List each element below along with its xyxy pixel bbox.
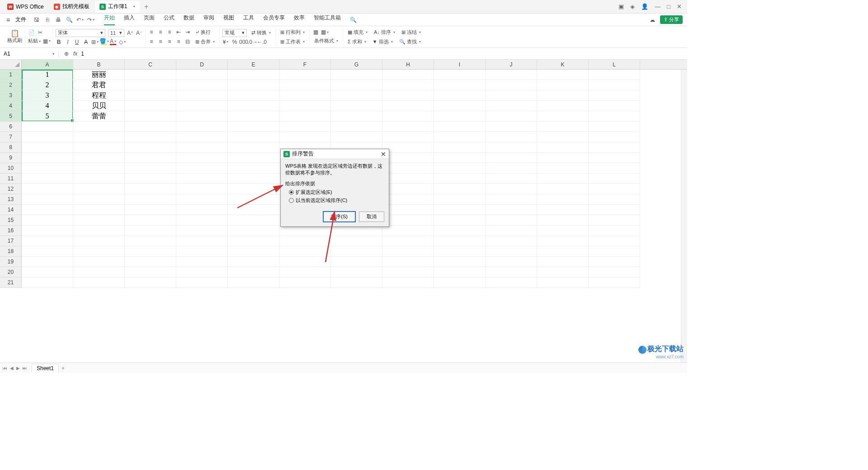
- cell-D14[interactable]: [176, 205, 228, 215]
- cell-C17[interactable]: [125, 236, 176, 246]
- cell-K4[interactable]: [537, 101, 589, 111]
- cell-H3[interactable]: [382, 90, 434, 101]
- cell-G21[interactable]: [331, 277, 382, 288]
- cell-F3[interactable]: [279, 90, 331, 101]
- find-button[interactable]: 🔍 查找: [397, 38, 423, 46]
- cell-H6[interactable]: [382, 122, 434, 132]
- cell-F21[interactable]: [279, 277, 331, 288]
- row-header-16[interactable]: 16: [0, 226, 21, 236]
- redo-button[interactable]: ↷: [88, 17, 94, 23]
- cell-H12[interactable]: [382, 184, 434, 194]
- cell-A2[interactable]: 2: [22, 80, 73, 90]
- tab-workbook[interactable]: S 工作簿1 •: [95, 1, 140, 13]
- row-header-7[interactable]: 7: [0, 132, 21, 142]
- cell-B17[interactable]: [73, 236, 125, 246]
- cell-F17[interactable]: [279, 236, 331, 246]
- cell-J10[interactable]: [486, 163, 537, 174]
- cell-I9[interactable]: [434, 153, 486, 163]
- cell-G2[interactable]: [331, 80, 382, 90]
- name-box[interactable]: A1▾: [0, 51, 59, 57]
- sheet-nav-next[interactable]: ▶: [16, 366, 20, 371]
- cell-K9[interactable]: [537, 153, 589, 163]
- cell-J1[interactable]: [486, 70, 537, 80]
- cell-B12[interactable]: [73, 184, 125, 194]
- cell-I16[interactable]: [434, 226, 486, 236]
- column-headers[interactable]: ABCDEFGHIJKL: [22, 60, 687, 70]
- freeze-button[interactable]: ⊞ 冻结: [400, 28, 423, 36]
- cell-I11[interactable]: [434, 174, 486, 184]
- new-tab-button[interactable]: +: [141, 3, 152, 11]
- cell-H21[interactable]: [382, 277, 434, 288]
- menu-ai[interactable]: 智能工具箱: [314, 14, 341, 25]
- effects-icon[interactable]: ◇: [119, 39, 125, 45]
- merge-button[interactable]: ⊞ 合并: [193, 38, 217, 46]
- cell-J8[interactable]: [486, 142, 537, 153]
- cell-A10[interactable]: [22, 163, 73, 174]
- cell-I6[interactable]: [434, 122, 486, 132]
- dialog-cancel-button[interactable]: 取消: [359, 212, 384, 222]
- cube-icon[interactable]: ◈: [630, 3, 635, 10]
- cell-K11[interactable]: [537, 174, 589, 184]
- paste-icon[interactable]: 📄: [28, 29, 34, 36]
- cell-K17[interactable]: [537, 236, 589, 246]
- cell-L16[interactable]: [589, 226, 640, 236]
- cell-H10[interactable]: [382, 163, 434, 174]
- cell-H13[interactable]: [382, 194, 434, 205]
- cell-B19[interactable]: [73, 257, 125, 267]
- cell-A14[interactable]: [22, 205, 73, 215]
- cell-A6[interactable]: [22, 122, 73, 132]
- col-header-G[interactable]: G: [331, 60, 382, 69]
- cell-G19[interactable]: [331, 257, 382, 267]
- cell-A12[interactable]: [22, 184, 73, 194]
- cell-E19[interactable]: [228, 257, 279, 267]
- cell-K3[interactable]: [537, 90, 589, 101]
- cell-I8[interactable]: [434, 142, 486, 153]
- cell-E18[interactable]: [228, 246, 279, 257]
- align-center-icon[interactable]: ≡: [157, 38, 164, 45]
- cell-H17[interactable]: [382, 236, 434, 246]
- table-icon[interactable]: ▦: [312, 29, 319, 35]
- cell-I14[interactable]: [434, 205, 486, 215]
- cell-H18[interactable]: [382, 246, 434, 257]
- cell-A11[interactable]: [22, 174, 73, 184]
- row-header-12[interactable]: 12: [0, 184, 21, 194]
- sheet-tab[interactable]: Sheet1: [32, 364, 59, 372]
- cell-H8[interactable]: [382, 142, 434, 153]
- cell-J20[interactable]: [486, 267, 537, 277]
- font-select[interactable]: 宋体▾: [56, 29, 105, 37]
- cell-J9[interactable]: [486, 153, 537, 163]
- cell-E8[interactable]: [228, 142, 279, 153]
- row-header-5[interactable]: 5: [0, 111, 21, 122]
- cell-E17[interactable]: [228, 236, 279, 246]
- row-header-8[interactable]: 8: [0, 142, 21, 153]
- menu-review[interactable]: 审阅: [203, 14, 214, 25]
- cell-L17[interactable]: [589, 236, 640, 246]
- cell-H20[interactable]: [382, 267, 434, 277]
- print-icon[interactable]: 🖶: [55, 17, 61, 23]
- fill-button[interactable]: ▦ 填充: [346, 28, 369, 36]
- percent-icon[interactable]: %: [231, 39, 238, 45]
- col-header-L[interactable]: L: [589, 60, 640, 69]
- paste-button[interactable]: 粘贴: [28, 38, 41, 44]
- clipboard-more-icon[interactable]: ▦: [43, 38, 50, 44]
- cell-H14[interactable]: [382, 205, 434, 215]
- cell-I2[interactable]: [434, 80, 486, 90]
- cell-A16[interactable]: [22, 226, 73, 236]
- col-header-K[interactable]: K: [537, 60, 589, 69]
- formatpaint-icon[interactable]: 📋: [12, 30, 18, 36]
- save-icon[interactable]: 🖫: [33, 17, 40, 23]
- cell-L15[interactable]: [589, 215, 640, 226]
- cell-D17[interactable]: [176, 236, 228, 246]
- cell-A8[interactable]: [22, 142, 73, 153]
- cell-D1[interactable]: [176, 70, 228, 80]
- cell-A17[interactable]: [22, 236, 73, 246]
- cell-J12[interactable]: [486, 184, 537, 194]
- cell-K16[interactable]: [537, 226, 589, 236]
- cell-J2[interactable]: [486, 80, 537, 90]
- row-header-10[interactable]: 10: [0, 163, 21, 174]
- fillcolor-icon[interactable]: 🪣: [101, 39, 107, 45]
- zoom-fx-icon[interactable]: ⊕: [63, 51, 70, 57]
- cell-L2[interactable]: [589, 80, 640, 90]
- dialog-sort-button[interactable]: 排序(S): [323, 212, 355, 222]
- hamburger-icon[interactable]: ≡: [5, 16, 12, 24]
